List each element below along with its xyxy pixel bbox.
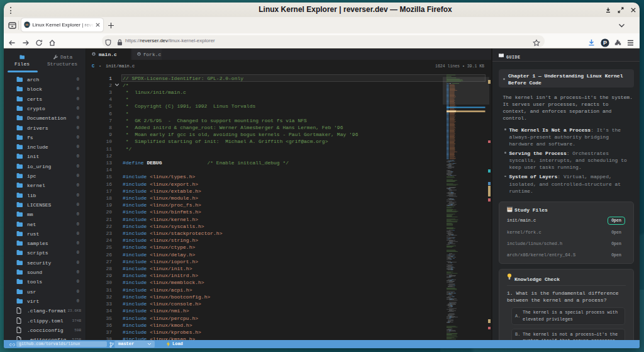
svg-text:P: P: [603, 40, 607, 46]
